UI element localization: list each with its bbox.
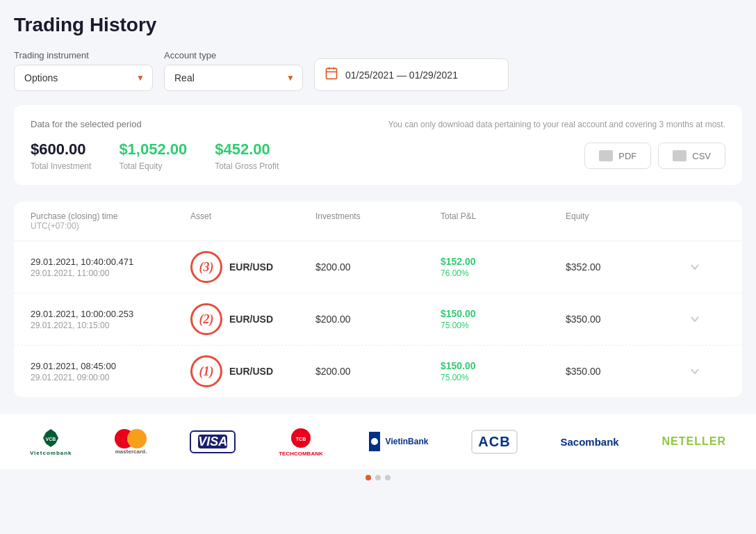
table-row: 29.01.2021, 10:00:00.253 29.01.2021, 10:… bbox=[14, 293, 742, 346]
payment-acb: ACB bbox=[471, 428, 517, 455]
time-open: 29.01.2021, 08:45:00 bbox=[31, 361, 190, 371]
total-gross-profit-label: Total Gross Profit bbox=[215, 161, 279, 171]
pnl-percent: 75.00% bbox=[441, 321, 566, 330]
payment-neteller: NETELLER bbox=[662, 428, 726, 455]
dot-3[interactable] bbox=[385, 475, 391, 480]
payment-mastercard: mastercard. bbox=[115, 428, 147, 455]
summary-note: Data for the selected period You can onl… bbox=[31, 119, 725, 129]
visa-logo-text: VISA bbox=[198, 435, 227, 448]
total-investment-stat: $600.00 Total Investment bbox=[31, 140, 91, 171]
col-purchase-time-tz: UTC(+07:00) bbox=[31, 221, 190, 231]
table-body: 29.01.2021, 10:40:00.471 29.01.2021, 11:… bbox=[14, 241, 742, 397]
export-csv-label: CSV bbox=[692, 151, 711, 161]
asset-name: EUR/USD bbox=[229, 261, 273, 273]
calendar-icon bbox=[324, 66, 338, 83]
table-row: 29.01.2021, 08:45:00 29.01.2021, 09:00:0… bbox=[14, 346, 742, 397]
mastercard-orange-circle bbox=[127, 429, 147, 448]
total-investment-value: $600.00 bbox=[31, 140, 91, 159]
pnl-value: $152.00 bbox=[441, 256, 566, 267]
acb-logo-text: ACB bbox=[478, 434, 510, 449]
time-cell: 29.01.2021, 08:45:00 29.01.2021, 09:00:0… bbox=[31, 361, 190, 382]
investment-value: $200.00 bbox=[315, 261, 441, 273]
export-pdf-button[interactable]: PDF bbox=[584, 143, 651, 169]
total-investment-label: Total Investment bbox=[31, 161, 91, 171]
main-content: Trading History Trading instrument Optio… bbox=[0, 0, 756, 397]
trade-badge: (2) bbox=[190, 303, 222, 335]
time-open: 29.01.2021, 10:00:00.253 bbox=[31, 309, 190, 319]
svg-text:VCB: VCB bbox=[46, 437, 56, 442]
total-equity-stat: $1,052.00 Total Equity bbox=[119, 140, 187, 171]
summary-section: Data for the selected period You can onl… bbox=[14, 105, 742, 185]
col-investments-header: Investments bbox=[315, 211, 441, 231]
payment-vietcombank: VCB Vietcombank bbox=[30, 428, 72, 455]
date-range-picker[interactable]: 01/25/2021 — 01/29/2021 bbox=[314, 58, 509, 91]
time-close: 29.01.2021, 11:00:00 bbox=[31, 268, 190, 278]
trade-badge: (3) bbox=[190, 251, 222, 283]
col-purchase-time: Purchase (closing) time UTC(+07:00) bbox=[31, 211, 190, 231]
trading-instrument-group: Trading instrument Options ▼ bbox=[14, 50, 153, 91]
time-close: 29.01.2021, 10:15:00 bbox=[31, 321, 190, 330]
asset-cell: (2) EUR/USD bbox=[190, 303, 315, 335]
page-title: Trading History bbox=[14, 14, 742, 36]
expand-row-button[interactable] bbox=[691, 316, 699, 322]
payment-techcombank: TCB TECHCOMBANK bbox=[279, 428, 323, 455]
payment-visa: VISA bbox=[190, 428, 236, 455]
total-gross-profit-stat: $452.00 Total Gross Profit bbox=[215, 140, 279, 171]
asset-name: EUR/USD bbox=[229, 366, 273, 377]
pnl-percent: 75.00% bbox=[441, 373, 566, 382]
time-cell: 29.01.2021, 10:00:00.253 29.01.2021, 10:… bbox=[31, 309, 190, 330]
trading-instrument-select[interactable]: Options bbox=[14, 65, 153, 91]
trading-instrument-label: Trading instrument bbox=[14, 50, 153, 60]
summary-stats: $600.00 Total Investment $1,052.00 Total… bbox=[31, 140, 725, 171]
asset-name: EUR/USD bbox=[229, 314, 273, 325]
table-row: 29.01.2021, 10:40:00.471 29.01.2021, 11:… bbox=[14, 241, 742, 293]
trades-table: Purchase (closing) time UTC(+07:00) Asse… bbox=[14, 202, 742, 397]
export-csv-button[interactable]: CSV bbox=[658, 143, 725, 169]
neteller-logo-text: NETELLER bbox=[662, 435, 726, 448]
investment-value: $200.00 bbox=[315, 366, 441, 377]
pnl-cell: $152.00 76.00% bbox=[441, 256, 566, 278]
total-equity-label: Total Equity bbox=[119, 161, 187, 171]
expand-row-button[interactable] bbox=[691, 264, 699, 270]
expand-row-button[interactable] bbox=[691, 369, 699, 374]
asset-cell: (3) EUR/USD bbox=[190, 251, 315, 283]
pnl-value: $150.00 bbox=[441, 360, 566, 371]
equity-value: $352.00 bbox=[566, 261, 691, 273]
account-type-select[interactable]: Real bbox=[164, 65, 303, 91]
pnl-cell: $150.00 75.00% bbox=[441, 308, 566, 330]
summary-info-text: You can only download data pertaining to… bbox=[388, 120, 725, 129]
account-type-select-wrapper[interactable]: Real ▼ bbox=[164, 65, 303, 91]
filters-row: Trading instrument Options ▼ Account typ… bbox=[14, 50, 742, 91]
payment-vietinbank: VietinBank bbox=[366, 428, 429, 455]
mastercard-text: mastercard. bbox=[115, 448, 147, 455]
date-range-text: 01/25/2021 — 01/29/2021 bbox=[345, 70, 458, 81]
total-equity-value: $1,052.00 bbox=[119, 140, 187, 159]
total-gross-profit-value: $452.00 bbox=[215, 140, 279, 159]
dot-2[interactable] bbox=[375, 475, 381, 480]
table-header: Purchase (closing) time UTC(+07:00) Asse… bbox=[14, 202, 742, 241]
account-type-group: Account type Real ▼ bbox=[164, 50, 303, 91]
export-pdf-label: PDF bbox=[618, 151, 636, 161]
investment-value: $200.00 bbox=[315, 314, 441, 325]
trading-instrument-select-wrapper[interactable]: Options ▼ bbox=[14, 65, 153, 91]
pdf-icon bbox=[599, 150, 613, 161]
page-container: Trading History Trading instrument Optio… bbox=[0, 0, 756, 534]
trade-badge: (1) bbox=[190, 355, 222, 387]
col-expand-header bbox=[691, 211, 725, 231]
col-asset-header: Asset bbox=[190, 211, 315, 231]
carousel-dots bbox=[0, 469, 756, 486]
period-label: Data for the selected period bbox=[31, 119, 142, 129]
dot-1[interactable] bbox=[365, 475, 371, 480]
export-buttons: PDF CSV bbox=[584, 143, 725, 169]
svg-point-9 bbox=[371, 438, 378, 445]
col-total-pnl-header: Total P&L bbox=[441, 211, 566, 231]
time-open: 29.01.2021, 10:40:00.471 bbox=[31, 257, 190, 267]
pnl-percent: 76.00% bbox=[441, 268, 566, 278]
date-range-group: 01/25/2021 — 01/29/2021 bbox=[314, 58, 509, 91]
asset-cell: (1) EUR/USD bbox=[190, 355, 315, 387]
sacombank-logo-text: Sacombank bbox=[560, 436, 618, 448]
equity-value: $350.00 bbox=[566, 314, 691, 325]
payment-sacombank: Sacombank bbox=[560, 428, 618, 455]
equity-value: $350.00 bbox=[566, 366, 691, 377]
account-type-label: Account type bbox=[164, 50, 303, 60]
